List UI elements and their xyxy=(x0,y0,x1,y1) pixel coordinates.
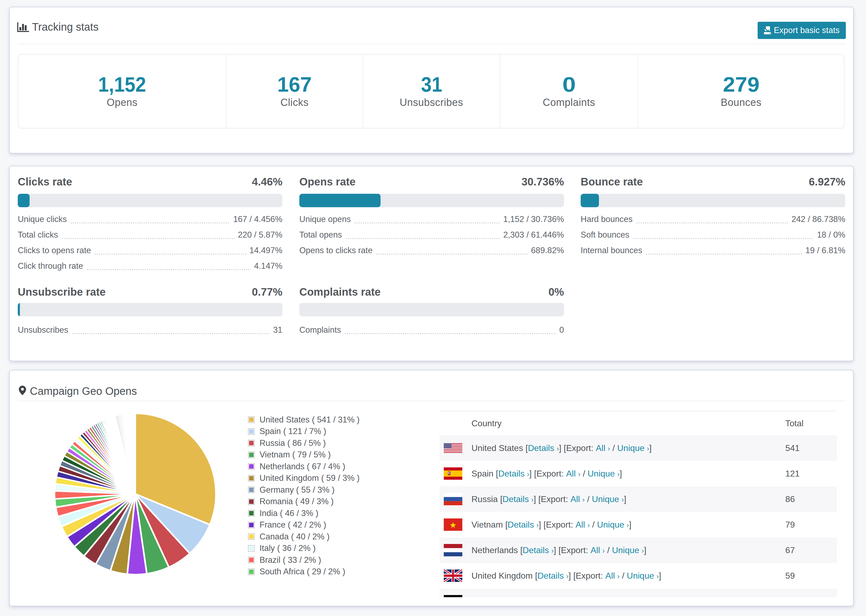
svg-text:279: 279 xyxy=(723,77,759,96)
svg-text:167: 167 xyxy=(277,77,312,96)
svg-text:1,152: 1,152 xyxy=(98,77,146,96)
svg-text:0: 0 xyxy=(562,77,576,96)
svg-text:31: 31 xyxy=(421,77,442,96)
